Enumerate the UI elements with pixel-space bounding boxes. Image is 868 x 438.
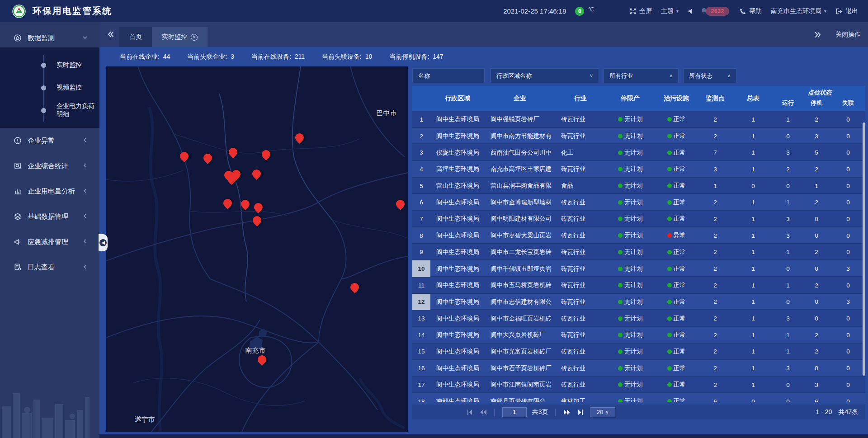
bullet-dot-icon — [41, 85, 46, 90]
sidebar-item-log[interactable]: 日志查看 — [0, 254, 99, 280]
cell-company: 西南油气田分公司川中 — [485, 144, 555, 161]
tab-bar: 首页 实时监控 × 关闭操作 — [99, 22, 868, 47]
sidebar-item-warning[interactable]: 企业异常 — [0, 128, 99, 153]
close-operations-button[interactable]: 关闭操作 — [835, 31, 861, 39]
cell-region: 阆中生态环境局 — [430, 344, 485, 360]
cell-stopped: 2 — [802, 111, 831, 128]
sidebar-item-layers[interactable]: 基础数据管理 — [0, 204, 99, 229]
map-panel[interactable]: 巴中市南充市遂宁市 — [106, 66, 408, 432]
sidebar-item-chart[interactable]: 企业用电量分析 — [0, 179, 99, 204]
stat-item: 当前停机设备: 147 — [389, 53, 443, 61]
divider: │ — [493, 409, 497, 416]
sidebar-item-stats[interactable]: 企业综合统计 — [0, 153, 99, 179]
close-tab-icon[interactable]: × — [191, 34, 198, 41]
cell-limit: 无计划 — [606, 260, 655, 277]
cell-stopped: 0 — [802, 260, 831, 277]
table-row[interactable]: 2 阆中生态环境局 阆中市南方节能建材有 砖瓦行业 无计划 正常 2 1 0 3… — [412, 128, 865, 145]
table-row[interactable]: 12 阆中生态环境局 阆中市忠信建材有限公 砖瓦行业 无计划 正常 2 1 0 … — [412, 294, 865, 311]
first-page-button[interactable] — [466, 409, 474, 416]
cell-industry: 砖瓦行业 — [555, 111, 606, 128]
sound-toggle[interactable] — [688, 8, 695, 15]
table-row[interactable]: 11 阆中生态环境局 阆中市五马桥页岩机砖 砖瓦行业 无计划 正常 2 1 1 … — [412, 277, 865, 294]
cell-offline: 0 — [831, 194, 865, 211]
table-row[interactable]: 16 阆中生态环境局 阆中市石子页岩机砖厂 砖瓦行业 无计划 正常 2 1 3 … — [412, 360, 865, 377]
cell-facility: 正常 — [655, 244, 698, 261]
cell-limit: 无计划 — [606, 360, 655, 377]
next-page-button[interactable] — [563, 409, 571, 416]
table-row[interactable]: 17 阆中生态环境局 阆中市江南镇阆南页岩 砖瓦行业 无计划 正常 2 1 0 … — [412, 377, 865, 393]
help-button[interactable]: 帮助 — [739, 7, 762, 15]
cell-meters: 1 — [732, 344, 774, 360]
sidebar-collapse-handle[interactable]: ◀ — [99, 234, 108, 251]
status-dot-icon — [667, 366, 672, 371]
cell-industry: 砖瓦行业 — [555, 310, 606, 327]
region-select[interactable]: 行政区域名称∨ — [491, 68, 599, 83]
row-index: 14 — [412, 327, 430, 344]
table-row[interactable]: 9 阆中生态环境局 阆中市二龙长宝页岩砖 砖瓦行业 无计划 正常 2 1 1 2… — [412, 244, 865, 261]
status-dot-icon — [667, 184, 672, 188]
table-scrollbar[interactable] — [863, 122, 865, 376]
table-row[interactable]: 10 阆中生态环境局 阆中千佛镇五郎垭页岩 砖瓦行业 无计划 正常 2 1 0 … — [412, 260, 865, 277]
cell-running: 1 — [774, 327, 802, 344]
cell-running: 3 — [774, 211, 802, 227]
cell-limit: 无计划 — [606, 327, 655, 344]
row-index: 13 — [412, 310, 430, 327]
cell-points: 2 — [698, 327, 732, 344]
table-row[interactable]: 6 阆中生态环境局 阆中市金博瑞新型墙材 砖瓦行业 无计划 正常 2 1 1 2… — [412, 194, 865, 211]
stat-item: 当前失联设备: 10 — [322, 53, 372, 61]
theme-menu[interactable]: 主题▾ — [661, 7, 679, 15]
map-city-label: 遂宁市 — [135, 415, 155, 424]
name-search-input[interactable] — [418, 72, 479, 79]
last-page-button[interactable] — [576, 409, 585, 416]
fullscreen-button[interactable]: 全屏 — [629, 7, 652, 15]
table-row[interactable]: 14 阆中生态环境局 阆中大兴页岩机砖厂 砖瓦行业 无计划 正常 2 1 1 2… — [412, 327, 865, 344]
cell-stopped: 1 — [802, 178, 831, 194]
sidebar-item-data-monitor[interactable]: 数据监测 — [0, 28, 99, 47]
status-dot-icon — [618, 250, 623, 254]
table-row[interactable]: 13 阆中生态环境局 阆中市金福旺页岩机砖 砖瓦行业 无计划 正常 2 1 3 … — [412, 310, 865, 327]
table-row[interactable]: 8 阆中生态环境局 阆中市枣碧大梁山页岩 砖瓦行业 无计划 异常 2 1 3 0… — [412, 227, 865, 244]
cell-stopped: 2 — [802, 327, 831, 344]
tab[interactable]: 首页 — [119, 27, 152, 47]
divider: │ — [554, 409, 558, 416]
tabs-scroll-left-icon[interactable] — [107, 30, 115, 38]
cell-running: 2 — [774, 161, 802, 178]
logout-button[interactable]: 退出 — [835, 7, 858, 15]
sidebar-subitem[interactable]: 企业电力负荷明细 — [0, 99, 99, 122]
row-index: 12 — [412, 294, 430, 311]
table-row[interactable]: 7 阆中生态环境局 阆中明阳建材有限公司 砖瓦行业 无计划 正常 2 1 3 0… — [412, 211, 865, 227]
cell-stopped: 0 — [802, 227, 831, 244]
table-row[interactable]: 1 阆中生态环境局 阆中强锐页岩砖厂 砖瓦行业 无计划 正常 2 1 1 2 0 — [412, 111, 865, 128]
org-menu[interactable]: 南充市生态环境局▾ — [771, 7, 826, 15]
cell-company: 阆中市江南镇阆南页岩 — [485, 377, 555, 393]
stat-item: 当前失联企业: 3 — [187, 53, 234, 61]
app-logo-icon — [12, 4, 26, 19]
page-size-select[interactable]: 20∨ — [590, 407, 615, 417]
sidebar-subitem[interactable]: 视频监控 — [0, 76, 99, 99]
name-search-input-box[interactable] — [412, 68, 485, 83]
sidebar-subitem[interactable]: 实时监控 — [0, 54, 99, 76]
sidebar-item-megaphone[interactable]: 应急减排管理 — [0, 229, 99, 254]
table-row[interactable]: 5 营山生态环境局 营山县润丰肉食品有限 食品 无计划 正常 1 0 0 1 0 — [412, 178, 865, 194]
status-select[interactable]: 所有状态∨ — [683, 68, 736, 83]
notification-area[interactable]: 2632 — [704, 7, 730, 16]
cell-points: 2 — [698, 211, 732, 227]
chevron-icon — [82, 188, 88, 195]
industry-select[interactable]: 所有行业∨ — [604, 68, 679, 83]
cell-industry: 砖瓦行业 — [555, 161, 606, 178]
tabs-scroll-right-icon[interactable] — [814, 31, 822, 39]
chevron-icon — [82, 264, 88, 271]
cell-company: 阆中强锐页岩砖厂 — [485, 111, 555, 128]
chevron-left-icon: ◀ — [99, 239, 107, 246]
table-row[interactable]: 3 仪陇生态环境局 西南油气田分公司川中 化工 无计划 正常 7 1 3 5 0 — [412, 144, 865, 161]
table-row[interactable]: 18 南部生态环境局 南部县页岩砖有限公 建材加工 无计划 正常 6 0 0 6… — [412, 393, 865, 402]
chart-icon — [14, 187, 22, 195]
page-number-input[interactable] — [502, 407, 527, 417]
cell-points: 2 — [698, 227, 732, 244]
table-row[interactable]: 4 高坪生态环境局 南充市高坪区王家店建 砖瓦行业 无计划 正常 3 1 2 2… — [412, 161, 865, 178]
col-stopped: 停机 — [802, 99, 831, 107]
table-row[interactable]: 15 阆中生态环境局 阆中市光富页岩机砖厂 砖瓦行业 无计划 正常 2 1 1 … — [412, 344, 865, 360]
tab[interactable]: 实时监控 × — [152, 27, 208, 47]
prev-page-button[interactable] — [479, 409, 487, 416]
filter-bar: 行政区域名称∨ 所有行业∨ 所有状态∨ — [412, 68, 736, 83]
